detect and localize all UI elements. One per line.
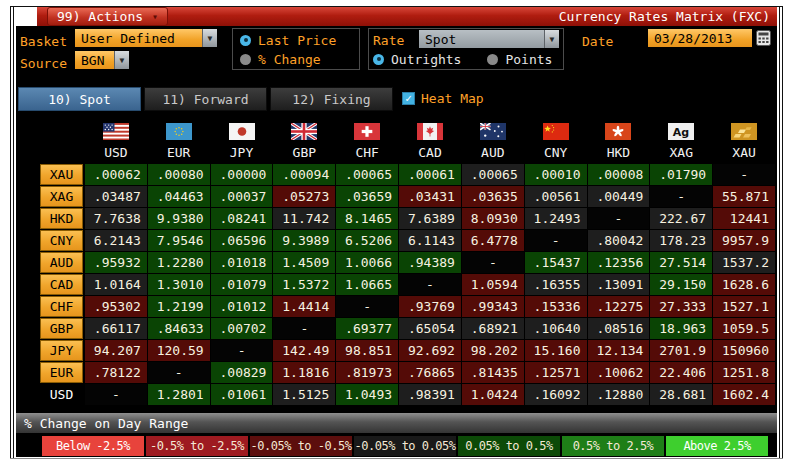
cell-chf-gbp[interactable]: 1.4414 [273, 296, 335, 317]
cell-gbp-xau[interactable]: 1059.5 [713, 318, 775, 339]
cell-aud-hkd[interactable]: .12356 [588, 252, 650, 273]
cell-cad-hkd[interactable]: .13091 [588, 274, 650, 295]
cell-gbp-xag[interactable]: 18.963 [650, 318, 712, 339]
cell-chf-cad[interactable]: .93769 [399, 296, 461, 317]
cell-xag-aud[interactable]: .03635 [462, 186, 524, 207]
cell-hkd-cad[interactable]: 7.6389 [399, 208, 461, 229]
cell-usd-xag[interactable]: 28.681 [650, 384, 712, 405]
cell-xau-jpy[interactable]: .00000 [211, 164, 273, 185]
cell-aud-usd[interactable]: .95932 [85, 252, 147, 273]
cell-aud-cny[interactable]: .15437 [525, 252, 587, 273]
cell-jpy-gbp[interactable]: 142.49 [273, 340, 335, 361]
actions-menu-button[interactable]: 99) Actions ▾ [47, 7, 168, 26]
cell-hkd-xag[interactable]: 222.67 [650, 208, 712, 229]
row-label-xau[interactable]: XAU [40, 164, 83, 185]
cell-xag-xag[interactable]: - [650, 186, 712, 207]
cell-jpy-chf[interactable]: 98.851 [336, 340, 398, 361]
cell-xau-aud[interactable]: .00065 [462, 164, 524, 185]
cell-jpy-aud[interactable]: 98.202 [462, 340, 524, 361]
cell-xag-cad[interactable]: .03431 [399, 186, 461, 207]
rate-select[interactable]: Spot ▼ [419, 30, 559, 48]
cell-aud-xag[interactable]: 27.514 [650, 252, 712, 273]
cell-gbp-aud[interactable]: .68921 [462, 318, 524, 339]
cell-cny-cny[interactable]: - [525, 230, 587, 251]
cell-jpy-xag[interactable]: 2701.9 [650, 340, 712, 361]
cell-cad-jpy[interactable]: .01079 [211, 274, 273, 295]
cell-eur-jpy[interactable]: .00829 [211, 362, 273, 383]
cell-chf-cny[interactable]: .15336 [525, 296, 587, 317]
cell-eur-xau[interactable]: 1251.8 [713, 362, 775, 383]
cell-jpy-jpy[interactable]: - [211, 340, 273, 361]
cell-jpy-usd[interactable]: 94.207 [85, 340, 147, 361]
cell-cad-eur[interactable]: 1.3010 [148, 274, 210, 295]
tab-spot[interactable]: 10) Spot [18, 87, 141, 111]
cell-cny-usd[interactable]: 6.2143 [85, 230, 147, 251]
cell-chf-usd[interactable]: .95302 [85, 296, 147, 317]
row-label-cny[interactable]: CNY [40, 230, 83, 251]
cell-xag-gbp[interactable]: .05273 [273, 186, 335, 207]
cell-gbp-gbp[interactable]: - [273, 318, 335, 339]
cell-chf-eur[interactable]: 1.2199 [148, 296, 210, 317]
cell-eur-usd[interactable]: .78122 [85, 362, 147, 383]
cell-gbp-cny[interactable]: .10640 [525, 318, 587, 339]
cell-usd-aud[interactable]: 1.0424 [462, 384, 524, 405]
cell-hkd-xau[interactable]: 12441 [713, 208, 775, 229]
cell-eur-hkd[interactable]: .10062 [588, 362, 650, 383]
tab-forward[interactable]: 11) Forward [144, 87, 267, 111]
outrights-radio[interactable]: Outrights [373, 51, 461, 67]
cell-usd-cny[interactable]: .16092 [525, 384, 587, 405]
cell-jpy-hkd[interactable]: 12.134 [588, 340, 650, 361]
cell-xau-hkd[interactable]: .00008 [588, 164, 650, 185]
cell-xau-xau[interactable]: - [713, 164, 775, 185]
cell-cny-cad[interactable]: 6.1143 [399, 230, 461, 251]
cell-cny-eur[interactable]: 7.9546 [148, 230, 210, 251]
cell-xau-cad[interactable]: .00061 [399, 164, 461, 185]
cell-xag-chf[interactable]: .03659 [336, 186, 398, 207]
cell-xau-gbp[interactable]: .00094 [273, 164, 335, 185]
cell-jpy-eur[interactable]: 120.59 [148, 340, 210, 361]
cell-cny-xau[interactable]: 9957.9 [713, 230, 775, 251]
cell-usd-chf[interactable]: 1.0493 [336, 384, 398, 405]
cell-chf-hkd[interactable]: .12275 [588, 296, 650, 317]
cell-cad-xau[interactable]: 1628.6 [713, 274, 775, 295]
cell-cad-chf[interactable]: 1.0665 [336, 274, 398, 295]
date-input[interactable]: 03/28/2013 [648, 29, 752, 47]
basket-select[interactable]: User Defined ▼ [75, 29, 217, 47]
cell-cny-aud[interactable]: 6.4778 [462, 230, 524, 251]
cell-usd-usd[interactable]: - [85, 384, 147, 405]
cell-xag-hkd[interactable]: .00449 [588, 186, 650, 207]
cell-cny-xag[interactable]: 178.23 [650, 230, 712, 251]
heat-map-checkbox[interactable]: ✓ [402, 92, 415, 105]
cell-gbp-usd[interactable]: .66117 [85, 318, 147, 339]
cell-hkd-gbp[interactable]: 11.742 [273, 208, 335, 229]
cell-hkd-eur[interactable]: 9.9380 [148, 208, 210, 229]
cell-cad-xag[interactable]: 29.150 [650, 274, 712, 295]
cell-gbp-hkd[interactable]: .08516 [588, 318, 650, 339]
last-price-radio[interactable]: Last Price [240, 32, 336, 48]
chevron-down-icon[interactable]: ▼ [544, 30, 559, 48]
cell-xag-eur[interactable]: .04463 [148, 186, 210, 207]
cell-eur-xag[interactable]: 22.406 [650, 362, 712, 383]
cell-eur-chf[interactable]: .81973 [336, 362, 398, 383]
row-label-eur[interactable]: EUR [40, 362, 83, 383]
cell-eur-aud[interactable]: .81435 [462, 362, 524, 383]
cell-eur-eur[interactable]: - [148, 362, 210, 383]
cell-chf-jpy[interactable]: .01012 [211, 296, 273, 317]
cell-cny-chf[interactable]: 6.5206 [336, 230, 398, 251]
cell-aud-aud[interactable]: - [462, 252, 524, 273]
cell-xau-xag[interactable]: .01790 [650, 164, 712, 185]
cell-aud-gbp[interactable]: 1.4509 [273, 252, 335, 273]
cell-cny-jpy[interactable]: .06596 [211, 230, 273, 251]
cell-hkd-cny[interactable]: 1.2493 [525, 208, 587, 229]
cell-aud-xau[interactable]: 1537.2 [713, 252, 775, 273]
cell-gbp-jpy[interactable]: .00702 [211, 318, 273, 339]
cell-gbp-chf[interactable]: .69377 [336, 318, 398, 339]
cell-cny-hkd[interactable]: .80042 [588, 230, 650, 251]
cell-xag-cny[interactable]: .00561 [525, 186, 587, 207]
cell-xau-cny[interactable]: .00010 [525, 164, 587, 185]
cell-xag-jpy[interactable]: .00037 [211, 186, 273, 207]
cell-chf-xag[interactable]: 27.333 [650, 296, 712, 317]
cell-jpy-cny[interactable]: 15.160 [525, 340, 587, 361]
cell-jpy-cad[interactable]: 92.692 [399, 340, 461, 361]
cell-usd-jpy[interactable]: .01061 [211, 384, 273, 405]
